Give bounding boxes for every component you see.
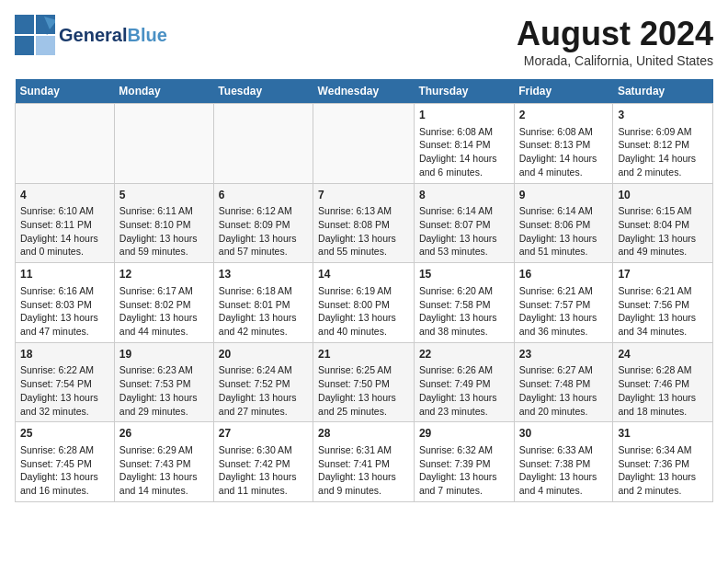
day-number: 9 bbox=[519, 188, 609, 203]
sunrise-line: Sunrise: 6:25 AM bbox=[318, 364, 392, 375]
daylight-line2: and 34 minutes. bbox=[618, 326, 687, 337]
daylight-line1: Daylight: 14 hours bbox=[519, 153, 597, 164]
sunset-line: Sunset: 7:58 PM bbox=[419, 299, 491, 310]
calendar-cell: 6 Sunrise: 6:12 AM Sunset: 8:09 PM Dayli… bbox=[213, 183, 313, 263]
sunset-line: Sunset: 7:45 PM bbox=[20, 458, 92, 469]
calendar-cell: 24 Sunrise: 6:28 AM Sunset: 7:46 PM Dayl… bbox=[613, 342, 713, 422]
sunset-line: Sunset: 7:49 PM bbox=[419, 378, 491, 389]
calendar-cell: 20 Sunrise: 6:24 AM Sunset: 7:52 PM Dayl… bbox=[213, 342, 313, 422]
sunset-line: Sunset: 8:00 PM bbox=[318, 299, 390, 310]
daylight-line2: and 53 minutes. bbox=[419, 246, 488, 257]
daylight-line2: and 36 minutes. bbox=[519, 326, 588, 337]
sunset-line: Sunset: 8:13 PM bbox=[519, 139, 591, 150]
calendar-week-row: 11 Sunrise: 6:16 AM Sunset: 8:03 PM Dayl… bbox=[16, 263, 713, 343]
sunset-line: Sunset: 8:01 PM bbox=[219, 299, 290, 310]
daylight-line1: Daylight: 13 hours bbox=[519, 312, 597, 323]
day-number: 6 bbox=[219, 188, 308, 203]
calendar-cell: 10 Sunrise: 6:15 AM Sunset: 8:04 PM Dayl… bbox=[613, 183, 713, 263]
day-number: 1 bbox=[419, 108, 509, 123]
sunrise-line: Sunrise: 6:11 AM bbox=[119, 205, 193, 216]
sunrise-line: Sunrise: 6:27 AM bbox=[519, 364, 593, 375]
col-monday: Monday bbox=[114, 79, 213, 104]
daylight-line2: and 55 minutes. bbox=[318, 246, 387, 257]
day-number: 25 bbox=[20, 426, 109, 442]
title-block: August 2024 Morada, California, United S… bbox=[517, 15, 713, 68]
daylight-line2: and 4 minutes. bbox=[519, 485, 583, 496]
daylight-line1: Daylight: 13 hours bbox=[20, 312, 98, 323]
calendar-cell: 17 Sunrise: 6:21 AM Sunset: 7:56 PM Dayl… bbox=[613, 263, 713, 343]
calendar-cell bbox=[213, 104, 313, 184]
daylight-line2: and 49 minutes. bbox=[618, 246, 687, 257]
sunrise-line: Sunrise: 6:31 AM bbox=[318, 444, 392, 455]
sunrise-line: Sunrise: 6:08 AM bbox=[419, 126, 493, 137]
daylight-line1: Daylight: 13 hours bbox=[419, 392, 497, 403]
logo: GeneralBlue bbox=[15, 15, 167, 55]
daylight-line1: Daylight: 13 hours bbox=[219, 233, 297, 244]
sunrise-line: Sunrise: 6:09 AM bbox=[618, 126, 691, 137]
sunset-line: Sunset: 7:54 PM bbox=[20, 378, 92, 389]
sunset-line: Sunset: 7:36 PM bbox=[618, 458, 689, 469]
daylight-line1: Daylight: 13 hours bbox=[419, 312, 497, 323]
daylight-line1: Daylight: 13 hours bbox=[419, 233, 497, 244]
day-number: 27 bbox=[219, 426, 308, 442]
sunrise-line: Sunrise: 6:17 AM bbox=[119, 285, 193, 296]
sunrise-line: Sunrise: 6:33 AM bbox=[519, 444, 593, 455]
day-number: 21 bbox=[318, 347, 409, 362]
daylight-line1: Daylight: 13 hours bbox=[618, 471, 696, 482]
sunset-line: Sunset: 8:09 PM bbox=[219, 219, 290, 230]
svg-rect-2 bbox=[15, 36, 34, 55]
calendar-cell: 29 Sunrise: 6:32 AM Sunset: 7:39 PM Dayl… bbox=[414, 422, 514, 502]
day-number: 29 bbox=[419, 426, 509, 442]
calendar-cell: 28 Sunrise: 6:31 AM Sunset: 7:41 PM Dayl… bbox=[313, 422, 415, 502]
day-number: 13 bbox=[219, 267, 308, 282]
daylight-line2: and 7 minutes. bbox=[419, 485, 483, 496]
daylight-line2: and 59 minutes. bbox=[119, 246, 188, 257]
day-number: 12 bbox=[119, 267, 209, 282]
calendar-week-row: 4 Sunrise: 6:10 AM Sunset: 8:11 PM Dayli… bbox=[16, 183, 713, 263]
daylight-line1: Daylight: 13 hours bbox=[419, 471, 497, 482]
sunrise-line: Sunrise: 6:30 AM bbox=[219, 444, 292, 455]
sunrise-line: Sunrise: 6:14 AM bbox=[419, 205, 493, 216]
daylight-line1: Daylight: 13 hours bbox=[519, 392, 597, 403]
day-number: 17 bbox=[618, 267, 708, 282]
sunset-line: Sunset: 7:41 PM bbox=[318, 458, 390, 469]
daylight-line2: and 51 minutes. bbox=[519, 246, 588, 257]
sunset-line: Sunset: 8:14 PM bbox=[419, 139, 491, 150]
sunset-line: Sunset: 7:53 PM bbox=[119, 378, 191, 389]
sunrise-line: Sunrise: 6:08 AM bbox=[519, 126, 593, 137]
daylight-line1: Daylight: 13 hours bbox=[119, 471, 198, 482]
daylight-line2: and 16 minutes. bbox=[20, 485, 89, 496]
logo-blue: Blue bbox=[127, 25, 166, 45]
daylight-line2: and 38 minutes. bbox=[419, 326, 488, 337]
calendar-cell: 8 Sunrise: 6:14 AM Sunset: 8:07 PM Dayli… bbox=[414, 183, 514, 263]
daylight-line2: and 32 minutes. bbox=[20, 406, 89, 417]
page-header: GeneralBlue August 2024 Morada, Californ… bbox=[15, 15, 713, 68]
calendar-cell bbox=[114, 104, 213, 184]
calendar-cell: 14 Sunrise: 6:19 AM Sunset: 8:00 PM Dayl… bbox=[313, 263, 415, 343]
sunrise-line: Sunrise: 6:16 AM bbox=[20, 285, 94, 296]
daylight-line2: and 47 minutes. bbox=[20, 326, 89, 337]
calendar-cell bbox=[313, 104, 415, 184]
sunrise-line: Sunrise: 6:28 AM bbox=[20, 444, 94, 455]
day-number: 24 bbox=[618, 347, 708, 362]
daylight-line1: Daylight: 13 hours bbox=[318, 233, 396, 244]
daylight-line1: Daylight: 13 hours bbox=[219, 392, 297, 403]
sunrise-line: Sunrise: 6:32 AM bbox=[419, 444, 493, 455]
daylight-line1: Daylight: 13 hours bbox=[618, 392, 696, 403]
calendar-table: Sunday Monday Tuesday Wednesday Thursday… bbox=[15, 79, 713, 502]
sunrise-line: Sunrise: 6:29 AM bbox=[119, 444, 193, 455]
sunset-line: Sunset: 7:38 PM bbox=[519, 458, 591, 469]
sunrise-line: Sunrise: 6:21 AM bbox=[618, 285, 691, 296]
day-number: 30 bbox=[519, 426, 609, 442]
daylight-line2: and 0 minutes. bbox=[20, 246, 84, 257]
page-title: August 2024 bbox=[517, 15, 713, 53]
daylight-line2: and 11 minutes. bbox=[219, 485, 288, 496]
sunrise-line: Sunrise: 6:26 AM bbox=[419, 364, 493, 375]
day-number: 31 bbox=[618, 426, 708, 442]
daylight-line2: and 9 minutes. bbox=[318, 485, 381, 496]
daylight-line2: and 44 minutes. bbox=[119, 326, 188, 337]
day-number: 14 bbox=[318, 267, 409, 282]
daylight-line1: Daylight: 14 hours bbox=[419, 153, 497, 164]
sunrise-line: Sunrise: 6:20 AM bbox=[419, 285, 493, 296]
daylight-line1: Daylight: 13 hours bbox=[119, 233, 198, 244]
